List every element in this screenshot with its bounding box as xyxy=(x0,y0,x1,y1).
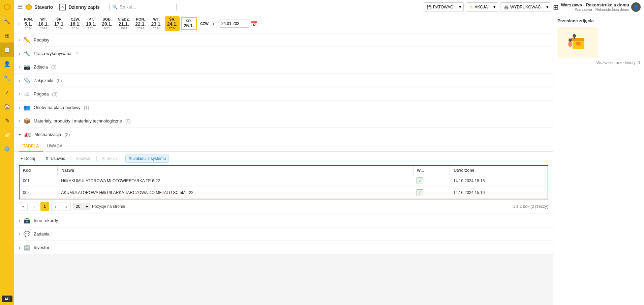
action-icon: ✕ xyxy=(469,4,473,10)
section-osoby[interactable]: › 👥 Osoby na placu budowy (1) xyxy=(14,101,553,114)
date-item-0[interactable]: PON. 5.1. 2024 xyxy=(22,16,35,31)
chevron-right-icon-8: › xyxy=(19,218,20,223)
sidebar-item-hammer[interactable]: 🔨 xyxy=(0,14,14,28)
date-prev-button[interactable]: ‹ xyxy=(18,20,21,27)
cell-nazwa-1: Hilti AKUMULATOROWA MLOTOWIERTARKA TE 6-… xyxy=(58,175,413,187)
zdjecia-icon: 📷 xyxy=(24,64,30,70)
date-item-3[interactable]: CZW. 18.1. 2024 xyxy=(68,16,83,31)
sidebar-item-folder[interactable]: 📁 xyxy=(0,128,14,142)
load-system-button[interactable]: ⊞ Załaduj z systemu xyxy=(125,155,169,163)
chevron-right-icon-2: › xyxy=(19,51,20,56)
page-last-button[interactable]: » xyxy=(62,202,71,211)
section-materialy[interactable]: › 📦 Materiały, produkty i materiały tech… xyxy=(14,114,553,128)
panel-title: Przesłane zdjęcia xyxy=(557,18,640,23)
topbar-logo: ☰ Stavario xyxy=(18,3,53,11)
date-item-5[interactable]: SOB. 20.1. 2024 xyxy=(100,16,114,31)
section-podpisy[interactable]: › ✏️ Podpisy xyxy=(14,33,553,47)
page-1-button[interactable]: 1 xyxy=(40,202,49,211)
section-zalaczniki[interactable]: › 📎 Załączniki (0) xyxy=(14,74,553,87)
zdjecia-title: Zdjęcia xyxy=(34,64,48,70)
section-close-button[interactable]: ✕ xyxy=(59,4,66,10)
calendar-icon[interactable]: 📅 xyxy=(251,21,257,27)
svg-point-9 xyxy=(568,41,572,47)
project-sub: Warszawa - Rekonstrukcja domu xyxy=(575,7,629,11)
date-item-7[interactable]: PON. 22.1. 2024 xyxy=(133,16,148,31)
sidebar-item-home[interactable]: 🏠 xyxy=(0,99,14,113)
page-size-select[interactable]: 20 50 100 xyxy=(73,203,90,210)
save-button[interactable]: 💾 RATOWAĆ xyxy=(423,2,457,11)
sidebar-item-grid[interactable]: ⊞ xyxy=(0,28,14,43)
date-dow-0: PON. xyxy=(24,17,33,21)
mechanizacja-header[interactable]: ▾ 🚛 Mechanizacja (2) xyxy=(14,128,553,141)
page-next-button[interactable]: › xyxy=(51,202,60,211)
columns-icon[interactable]: ⊞ xyxy=(553,3,559,11)
right-panel: Przesłane zdjęcia Wszystkie przedmioty: … xyxy=(553,14,644,305)
action-dropdown-button[interactable]: ▾ xyxy=(491,2,498,12)
add-button[interactable]: + Dodaj xyxy=(19,155,36,162)
action-button[interactable]: ✕ AKCJA xyxy=(466,2,492,12)
date-item-4[interactable]: PT. 19.1. 2024 xyxy=(84,16,98,31)
podpisy-icon: ✏️ xyxy=(24,37,30,43)
page-first-button[interactable]: « xyxy=(19,202,28,211)
cancel-button[interactable]: ✕ Anulu xyxy=(100,155,119,162)
zalaczniki-title: Załączniki xyxy=(34,78,53,83)
sidebar-item-people[interactable]: 👤 xyxy=(0,57,14,71)
photo-placeholder xyxy=(557,27,598,58)
page-prev-button[interactable]: ‹ xyxy=(30,202,38,211)
tab-uwaga[interactable]: UWAGA xyxy=(43,141,67,152)
checkbox-1[interactable]: ✓ xyxy=(417,177,423,184)
print-button[interactable]: 🖨️ WYDRUKOWAĆ xyxy=(500,2,544,11)
date-item-6[interactable]: NIEDZ. 21.1. 2024 xyxy=(116,16,132,31)
date-item-1[interactable]: WT. 16.1. 2024 xyxy=(36,16,51,31)
sidebar-item-gear[interactable]: ⚙️ xyxy=(0,142,14,156)
section-zadania[interactable]: › 💬 Zadania xyxy=(14,227,553,241)
pagination: « ‹ 1 › » 20 50 100 Pozycje na stronie 1… xyxy=(14,199,553,214)
table-row[interactable]: 001 Hilti AKUMULATOROWA MLOTOWIERTARKA T… xyxy=(20,175,548,187)
sidebar-item-document[interactable]: 📋 xyxy=(0,43,14,57)
save-row-button[interactable]: Ratować xyxy=(74,155,93,162)
action-btn-group: ✕ AKCJA ▾ xyxy=(466,2,498,12)
delete-button[interactable]: 🗑 Usuwać xyxy=(43,155,67,162)
investor-icon: 🏢 xyxy=(24,244,30,251)
svg-point-10 xyxy=(569,38,572,42)
date-item-8[interactable]: WT. 23.1. 2024 xyxy=(149,16,163,31)
hamburger-icon[interactable]: ☰ xyxy=(18,3,23,11)
section-zdjecia[interactable]: › 📷 Zdjęcia (0) xyxy=(14,60,553,74)
main-area: ☰ Stavario ✕ Dzienny zapis 🔍 💾 RATOWAĆ xyxy=(14,0,644,305)
save-label: RATOWAĆ xyxy=(433,5,453,9)
user-avatar[interactable]: 👤 xyxy=(631,2,641,12)
checkbox-2[interactable]: ✓ xyxy=(417,189,423,196)
pogoda-count: (3) xyxy=(52,91,58,96)
praca-title: Praca wykonywana xyxy=(34,51,71,56)
section-pogoda[interactable]: › ☁️ Pogoda (3) xyxy=(14,87,553,101)
date-item-2[interactable]: ŚR. 17.1. 2024 xyxy=(52,16,67,31)
project-name: Warszawa - Rekonstrukcja domu xyxy=(561,2,629,7)
section-investor[interactable]: › 🏢 Investor xyxy=(14,241,553,254)
date-item-10[interactable]: ŚR. 25.1. xyxy=(181,17,197,30)
toolbar-separator-4 xyxy=(122,156,122,161)
date-next-button[interactable]: › xyxy=(212,20,215,27)
sidebar-item-check[interactable]: ✓ xyxy=(0,85,14,99)
section-inne[interactable]: › 🗃️ Inne rekordy xyxy=(14,214,553,227)
date-input[interactable] xyxy=(219,20,249,28)
date-item-11[interactable]: CZW xyxy=(198,21,211,27)
search-input[interactable] xyxy=(120,5,170,9)
col-kod: Kod xyxy=(20,166,58,175)
main-content: ‹ PON. 5.1. 2024 WT. 16.1. 2024 ŚR. 17.1… xyxy=(14,14,553,305)
print-dropdown-button[interactable]: ▾ xyxy=(544,2,551,11)
sidebar-item-pencil[interactable]: ✎ xyxy=(0,113,14,128)
osoby-title: Osoby na placu budowy xyxy=(34,105,81,110)
date-year-0: 2024 xyxy=(25,27,32,30)
cell-kod-2: 002 xyxy=(20,187,58,199)
tab-tabela[interactable]: TABELA xyxy=(19,141,43,152)
print-btn-group: 🖨️ WYDRUKOWAĆ ▾ xyxy=(500,2,551,11)
load-icon: ⊞ xyxy=(128,156,132,161)
sidebar-item-tools[interactable]: 🔧 xyxy=(0,71,14,85)
print-icon: 🖨️ xyxy=(504,5,509,9)
section-praca[interactable]: › 🔧 Praca wykonywana ? xyxy=(14,47,553,60)
date-item-9-active[interactable]: ŚR. 24.1. 2024 xyxy=(165,16,180,31)
chevron-right-icon-5: › xyxy=(19,92,20,96)
table-row[interactable]: 002 AKUMULATOROWA Hilti PILARKA TARCZOWA… xyxy=(20,187,548,199)
osoby-icon: 👥 xyxy=(24,104,30,111)
save-dropdown-button[interactable]: ▾ xyxy=(457,2,464,11)
